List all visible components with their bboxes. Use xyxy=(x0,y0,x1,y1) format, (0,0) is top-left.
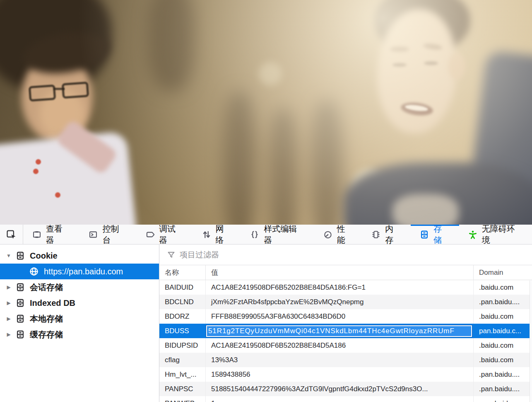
column-header-name[interactable]: 名称 xyxy=(159,265,205,280)
webpage-photo xyxy=(0,0,532,225)
tab-memory[interactable]: 内存 xyxy=(362,225,411,244)
cookie-name-cell: PANWEB xyxy=(159,396,205,402)
tab-label: 控制台 xyxy=(102,223,127,246)
sidebar-item-local-storage[interactable]: ▶ 本地存储 xyxy=(0,311,159,327)
value-edit-input[interactable]: 51R1g2TEQyUzduVmMwQi04c1VNSkdLbm44THc4eG… xyxy=(206,325,472,337)
twisty-collapsed-icon: ▶ xyxy=(5,300,12,306)
tab-storage[interactable]: 存储 xyxy=(411,225,459,244)
storage-icon xyxy=(420,230,429,239)
tab-label: 内存 xyxy=(385,223,402,246)
sidebar-item-session-storage[interactable]: ▶ 会话存储 xyxy=(0,279,159,295)
picker-icon xyxy=(6,230,16,240)
sidebar-item-label: 缓存存储 xyxy=(30,329,63,340)
storage-icon xyxy=(16,314,25,323)
cookie-row[interactable]: Hm_lvt_... 1589438856 .pan.baidu.... xyxy=(159,367,532,382)
browser-devtools-screen: 查看器 控制台 调试器 网络 样式编辑器 性能 内存 存储 无障碍环境 ▼ Co… xyxy=(0,0,532,402)
style-editor-icon xyxy=(250,230,259,239)
filter-bar xyxy=(159,245,532,265)
table-scrollbar[interactable] xyxy=(530,281,532,402)
cookie-domain-cell: .baidu.com xyxy=(473,280,532,295)
cookie-row[interactable]: BIDUPSID AC1A8E2419508DF6B5202B8E84D5A18… xyxy=(159,338,532,353)
tab-inspector[interactable]: 查看器 xyxy=(23,225,80,244)
cookie-name-cell: BAIDUID xyxy=(159,280,205,295)
tab-accessibility[interactable]: 无障碍环境 xyxy=(459,225,532,244)
tab-label: 查看器 xyxy=(46,223,71,246)
twisty-expanded-icon: ▼ xyxy=(5,253,12,259)
cookie-row[interactable]: BDUSS 51R1g2TEQyUzduVmMwQi04c1VNSkdLbm44… xyxy=(159,324,532,338)
storage-icon xyxy=(16,330,25,339)
devtools-tabs: 查看器 控制台 调试器 网络 样式编辑器 性能 内存 存储 无障碍环境 xyxy=(23,225,532,244)
cookie-domain-cell: .pan.baidu.... xyxy=(473,396,532,402)
sidebar-item-cookie[interactable]: ▼ Cookie xyxy=(0,248,159,264)
storage-icon xyxy=(16,283,25,292)
element-picker-button[interactable] xyxy=(0,225,23,244)
cookie-name-cell: BDUSS xyxy=(159,324,205,338)
sidebar-item-indexed-db[interactable]: ▶ Indexed DB xyxy=(0,295,159,311)
sidebar-item-cache-storage[interactable]: ▶ 缓存存储 xyxy=(0,327,159,342)
storage-icon xyxy=(16,298,25,308)
network-icon xyxy=(202,230,211,239)
cookie-value-cell: 1589438856 xyxy=(205,367,473,382)
tab-label: 无障碍环境 xyxy=(482,223,523,246)
cookie-name-cell: cflag xyxy=(159,353,205,367)
cookie-row[interactable]: BDCLND jXm%2FztARb4sfppcbaYzwE%2BvMQzQne… xyxy=(159,295,532,309)
cookie-table-header: 名称 值 Domain xyxy=(159,265,532,280)
tab-label: 存储 xyxy=(433,223,450,246)
photo-sunlight-haze xyxy=(0,0,532,225)
storage-sidebar: ▼ Cookie https://pan.baidu.com ▶ 会话存储 ▶ … xyxy=(0,245,159,402)
tab-label: 网络 xyxy=(216,223,232,246)
cookie-domain-cell: .baidu.com xyxy=(473,338,532,353)
globe-icon xyxy=(29,266,39,276)
storage-icon xyxy=(16,251,25,260)
cookie-value-cell: FFFB88E999055A3F8A630C64834BD6D0 xyxy=(205,309,473,324)
debugger-icon xyxy=(145,230,154,239)
accessibility-icon xyxy=(468,230,477,239)
cookie-row[interactable]: PANWEB 1 .pan.baidu.... xyxy=(159,396,532,402)
column-header-value[interactable]: 值 xyxy=(205,265,473,280)
tab-network[interactable]: 网络 xyxy=(193,225,241,244)
tab-console[interactable]: 控制台 xyxy=(79,225,136,244)
column-header-domain[interactable]: Domain xyxy=(473,265,532,280)
console-icon xyxy=(89,230,98,239)
sidebar-item-origin-pan-baidu[interactable]: https://pan.baidu.com xyxy=(0,264,159,279)
twisty-collapsed-icon: ▶ xyxy=(5,332,12,337)
tab-style-editor[interactable]: 样式编辑器 xyxy=(241,225,314,244)
sidebar-item-label: https://pan.baidu.com xyxy=(44,267,123,276)
twisty-collapsed-icon: ▶ xyxy=(5,316,12,322)
cookie-domain-cell: .pan.baidu.... xyxy=(473,295,532,309)
sidebar-item-label: 会话存储 xyxy=(30,282,63,293)
cookie-row[interactable]: cflag 13%3A3 .baidu.com xyxy=(159,353,532,367)
inspector-icon xyxy=(32,230,41,239)
cookie-value-cell: 5188515404447227996%3AZdTG9lVgpntfG4dkxd… xyxy=(205,382,473,396)
cookie-value-cell: AC1A8E2419508DF6B5202B8E84D5A186 xyxy=(205,338,473,353)
tab-label: 样式编辑器 xyxy=(264,223,305,246)
cookie-value-cell: 51R1g2TEQyUzduVmMwQi04c1VNSkdLbm44THc4eG… xyxy=(205,324,473,338)
items-filter-input[interactable] xyxy=(180,250,532,259)
tab-label: 调试器 xyxy=(159,223,184,246)
storage-main: 名称 值 Domain BAIDUID AC1A8E2419508DF6B520… xyxy=(159,245,532,402)
cookie-row[interactable]: PANPSC 5188515404447227996%3AZdTG9lVgpnt… xyxy=(159,382,532,396)
sidebar-item-label: 本地存储 xyxy=(30,313,63,325)
cookie-value-cell: 1 xyxy=(205,396,473,402)
memory-icon xyxy=(371,230,380,239)
tab-performance[interactable]: 性能 xyxy=(314,225,363,244)
cookie-row[interactable]: BDORZ FFFB88E999055A3F8A630C64834BD6D0 .… xyxy=(159,309,532,324)
cookie-value-cell: AC1A8E2419508DF6B5202B8E84D5A186:FG=1 xyxy=(205,280,473,295)
cookie-table-rows: BAIDUID AC1A8E2419508DF6B5202B8E84D5A186… xyxy=(159,280,532,402)
devtools-body: ▼ Cookie https://pan.baidu.com ▶ 会话存储 ▶ … xyxy=(0,245,532,402)
cookie-domain-cell: .pan.baidu.... xyxy=(473,382,532,396)
sidebar-item-label: Cookie xyxy=(30,251,58,261)
devtools-panel: 查看器 控制台 调试器 网络 样式编辑器 性能 内存 存储 无障碍环境 ▼ Co… xyxy=(0,225,532,402)
cookie-domain-cell: .pan.baidu.... xyxy=(473,367,532,382)
twisty-collapsed-icon: ▶ xyxy=(5,284,12,290)
sidebar-item-label: Indexed DB xyxy=(30,298,75,308)
cookie-name-cell: BIDUPSID xyxy=(159,338,205,353)
cookie-name-cell: BDORZ xyxy=(159,309,205,324)
performance-icon xyxy=(323,230,332,239)
cookie-domain-cell: .baidu.com xyxy=(473,353,532,367)
cookie-value-cell: jXm%2FztARb4sfppcbaYzwE%2BvMQzQnepmg xyxy=(205,295,473,309)
cookie-row[interactable]: BAIDUID AC1A8E2419508DF6B5202B8E84D5A186… xyxy=(159,280,532,295)
filter-icon xyxy=(167,250,176,259)
tab-debugger[interactable]: 调试器 xyxy=(136,225,193,244)
cookie-name-cell: PANPSC xyxy=(159,382,205,396)
